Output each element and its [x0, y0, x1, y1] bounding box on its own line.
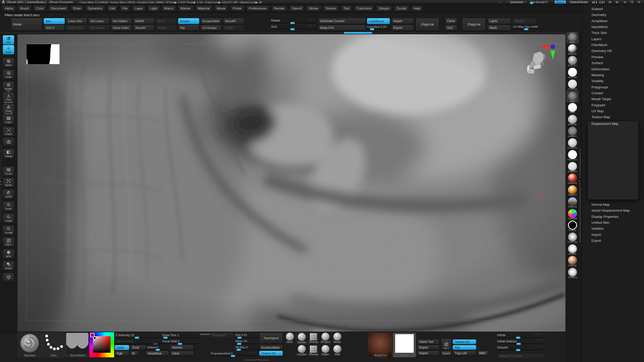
shelf-scale-button[interactable]: SScale [3, 70, 14, 79]
material-blinn-6[interactable]: Blinn [566, 102, 578, 114]
shelf-bpr-button[interactable]: BPR [3, 249, 14, 259]
doc-pages-icon[interactable]: ⧉ [607, 0, 613, 4]
size-slider-xyz-markers[interactable]: x y z [308, 24, 315, 27]
window-minimize-button[interactable]: ▾ [622, 0, 628, 4]
left-tray-open-arrow[interactable]: ▸ [0, 180, 2, 182]
material-matcap-19[interactable]: MatCap [566, 255, 578, 267]
palette-section-surface[interactable]: Surface [591, 61, 603, 65]
palette-section-geometry-hd[interactable]: Geometry HD [591, 49, 612, 53]
menu-item-color[interactable]: Color [33, 5, 46, 12]
color-picker[interactable] [89, 332, 114, 357]
palette-section-masking[interactable]: Masking [591, 73, 604, 77]
palette-section-vector-displacement-map[interactable]: Vector Displacement Map [591, 209, 630, 212]
menu-item-preferences[interactable]: Preferences [246, 5, 269, 12]
mask-button[interactable]: Mask [487, 25, 511, 31]
switch-button[interactable]: Switch [513, 18, 536, 24]
material-reflecte-14[interactable]: Reflecte [566, 197, 578, 208]
material-flat-colo-10[interactable]: Flat Colo [566, 150, 578, 161]
tray-scrollbar-left[interactable] [245, 359, 256, 361]
pa-blur-slider-track[interactable] [235, 350, 259, 351]
inflate-balloon-slider-xyz-markers[interactable]: x y z [535, 339, 542, 341]
tray-collapse-left-icon[interactable]: ◂❙❙ [591, 0, 598, 4]
palette-section-morph-target[interactable]: Morph Target [591, 97, 611, 101]
shelf-transp-button[interactable]: Transp [3, 149, 14, 159]
material-outline-16[interactable]: Outline [566, 220, 578, 231]
clear-button[interactable]: Clear [170, 351, 194, 356]
brush-texture-thumbnail[interactable]: ~BrushTxtr [368, 333, 392, 357]
tray-left-button[interactable]: Tray Left [453, 351, 476, 356]
uv-map-size-slider-track[interactable] [513, 29, 549, 30]
brush-slot-inflat[interactable]: Inflat [332, 345, 343, 357]
shelf-floor-button[interactable]: Floor [3, 92, 14, 102]
projection-shell-slider-track[interactable] [210, 356, 258, 357]
palette-section-normal-map[interactable]: Normal Map [591, 203, 610, 206]
lazystep-slider-track[interactable] [367, 29, 390, 30]
alpha-thumbnail[interactable]: ~BrushAlpha [66, 333, 89, 357]
focal-shift-slider-track[interactable] [162, 344, 198, 345]
texture-on-button[interactable]: Texture On [259, 351, 283, 356]
del-hidden-button[interactable]: Del Hidden [111, 18, 132, 24]
zsub-button[interactable]: Zsub [130, 345, 146, 350]
displacement-map-title[interactable]: Displacement Map [591, 122, 618, 126]
window-restore-button[interactable]: ❐ [629, 0, 635, 4]
texture-image-thumbnail[interactable]: Image [393, 333, 416, 357]
menu-item-transform[interactable]: Transform [354, 5, 374, 12]
smooth-slider-track[interactable] [497, 350, 544, 351]
shelf-ptsel-button[interactable]: Pt Sel [3, 166, 14, 176]
backface-mask-button[interactable]: BackfaceMask [259, 345, 283, 350]
menu-item-stroke[interactable]: Stroke [306, 5, 321, 12]
palette-section-arraymesh[interactable]: ArrayMesh [591, 19, 608, 23]
shelf-actual-button[interactable]: x1Actual [3, 213, 14, 223]
draw-size-slider-track[interactable] [162, 338, 198, 339]
menu-item-macro[interactable]: Macro [162, 5, 176, 12]
material-reflectr-12[interactable]: ReflectR [566, 173, 578, 184]
inflate-balloon-slider-track[interactable] [497, 344, 544, 345]
menu-item-marker[interactable]: Marker [178, 5, 193, 12]
brush-slot-zproject[interactable]: ZProject [320, 332, 331, 344]
menu-item-file[interactable]: File [120, 5, 130, 12]
axis-gizmo[interactable] [538, 43, 558, 61]
material-bumpvie-9[interactable]: BumpVie [566, 138, 578, 149]
shelf-invers-button[interactable]: Invers [3, 261, 14, 271]
menu-item-stencil[interactable]: Stencil [289, 5, 304, 12]
lazymouse-button[interactable]: LazyMouse [367, 18, 390, 24]
smooth-slider-xyz-markers[interactable]: x y z [535, 345, 542, 348]
menu-item-document[interactable]: Document [48, 5, 69, 12]
materials-scrollbar-bottom[interactable] [580, 186, 581, 243]
palette-section-deformation[interactable]: Deformation [591, 67, 610, 71]
tray-collapse-right-icon[interactable]: ❙❙▸ [599, 0, 605, 4]
menus-button[interactable]: Menus [554, 0, 566, 4]
menu-item-edit[interactable]: Edit [107, 5, 118, 12]
palette-section-contact[interactable]: Contact [591, 91, 603, 95]
dist-slider-handle[interactable] [237, 337, 242, 339]
grp-button[interactable]: Grp [453, 345, 476, 350]
doc-pages2-icon[interactable]: ⧉ [614, 0, 620, 4]
inflate-slider-handle[interactable] [516, 337, 520, 339]
zapplink-button[interactable]: ZAppLink [416, 18, 439, 31]
menu-item-movie[interactable]: Movie [214, 5, 228, 12]
menu-item-light[interactable]: Light [147, 5, 160, 12]
pa-blur-slider-handle[interactable] [236, 349, 241, 351]
projection-shell-slider-xyz-markers[interactable]: x y z [249, 351, 256, 354]
menu-item-draw[interactable]: Draw [71, 5, 83, 12]
inflate-slider-xyz-markers[interactable]: x y z [535, 333, 542, 335]
inverse-button[interactable]: Inverse [170, 345, 194, 350]
brush-slot-move[interactable]: Move [284, 332, 295, 344]
shelf-xpose-button[interactable]: Xpose [3, 178, 14, 187]
lower-res-button[interactable]: Lower Res [66, 18, 87, 24]
tray-scrollbar-right[interactable] [259, 359, 269, 361]
shelf-zoom-button[interactable]: Zoom [3, 201, 14, 211]
imbed-slider-handle[interactable] [156, 349, 160, 351]
texture-on-toggle[interactable]: Texture On [453, 339, 476, 344]
window-close-button[interactable]: X [636, 0, 642, 4]
shelf-edit-button[interactable]: Edit [3, 35, 14, 45]
material-hsvcolo-17[interactable]: HSVColo [566, 232, 578, 243]
shelf-aahalf-button[interactable]: ½AAHalf [3, 225, 14, 235]
shrink-button[interactable]: Shrink [156, 25, 177, 31]
material-zbro-mc-2[interactable]: zbro_mc [566, 55, 578, 67]
draw-size-slider-handle[interactable] [163, 337, 168, 339]
toolbar-scroll-strip[interactable] [0, 31, 565, 34]
palette-section-thick-skin[interactable]: Thick Skin [591, 31, 607, 35]
inflate-balloon-slider-handle[interactable] [516, 343, 521, 345]
double-button[interactable]: Double [178, 18, 199, 24]
